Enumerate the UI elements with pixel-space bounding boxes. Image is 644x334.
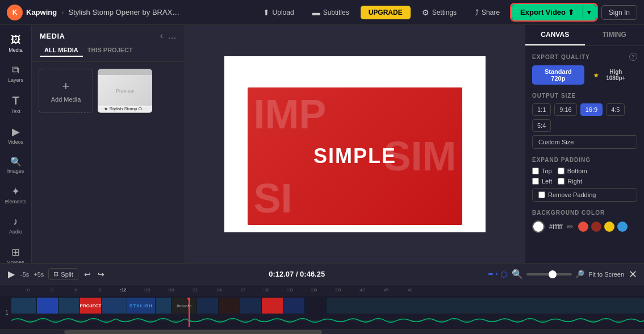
expand-right-checkbox[interactable] <box>558 178 564 185</box>
expand-left-checkbox[interactable] <box>532 178 539 185</box>
canvas-container: IMP SIM SI SIMPLE <box>224 56 486 232</box>
expand-row-top-bottom: Top Bottom <box>532 168 637 174</box>
subtitles-button[interactable]: ▬ Subtitles <box>306 5 356 20</box>
sidebar-item-layers[interactable]: ⧉ Layers <box>2 60 30 87</box>
play-button[interactable]: ▶ <box>7 268 16 281</box>
media-panel-header: MEDIA ‹ … <box>32 25 185 44</box>
sidebar-item-images[interactable]: 🔍 Images <box>2 152 30 178</box>
tab-canvas[interactable]: CANVAS <box>525 25 585 45</box>
expand-bottom-checkbox[interactable] <box>558 168 564 174</box>
timeline-scrollbar[interactable] <box>0 329 644 334</box>
sidebar-item-videos[interactable]: ▶ Videos <box>2 121 30 149</box>
sidebar-item-scenes[interactable]: ⊞ Scenes <box>2 241 30 263</box>
expand-top-checkbox[interactable] <box>532 168 539 174</box>
canvas-preview[interactable]: IMP SIM SI SIMPLE <box>224 56 486 232</box>
elements-icon: ✦ <box>11 185 20 198</box>
filmstrip-cell <box>58 298 80 314</box>
size-5-4-button[interactable]: 5:4 <box>532 119 551 132</box>
sidebar-item-label-media: Media <box>9 47 23 53</box>
media-tab-project[interactable]: THIS PROJECT <box>83 44 137 57</box>
fit-to-screen-button[interactable]: Fit to Screen <box>589 271 624 278</box>
ruler-mark: :45 <box>374 287 398 293</box>
filmstrip-cell <box>327 298 644 314</box>
skip-forward-button[interactable]: +5s <box>34 271 44 278</box>
expand-top-check[interactable]: Top <box>532 168 552 174</box>
quality-high-button[interactable]: ★ High 1080p+ <box>588 66 637 84</box>
size-9-16-button[interactable]: 9:16 <box>554 103 576 116</box>
breadcrumb-separator: › <box>61 8 64 16</box>
upgrade-button[interactable]: UPGRADE <box>361 6 411 19</box>
expand-right-check[interactable]: Right <box>558 178 582 185</box>
track-content[interactable]: PROJECT STYLISH #ntvato <box>11 298 644 327</box>
layers-icon: ⧉ <box>12 64 19 76</box>
ruler-mark: :6 <box>64 287 87 293</box>
export-dropdown-button[interactable]: ▾ <box>582 5 596 19</box>
sidebar-item-label-audio: Audio <box>9 229 22 235</box>
timeline-controls: ▶ -5s +5s ⊟ Split ↩ ↪ 0:12.07 / 0:46.25 … <box>0 264 644 285</box>
logo-circle: K <box>7 5 23 20</box>
quality-options: Standard 720p ★ High 1080p+ <box>532 65 637 85</box>
bg-letter-imp: IMP <box>253 94 456 135</box>
settings-button[interactable]: ⚙ Settings <box>415 5 463 20</box>
upload-button[interactable]: ⬆ Upload <box>256 5 301 20</box>
sidebar-item-media[interactable]: 🖼 Media <box>2 30 30 57</box>
size-4-5-button[interactable]: 4:5 <box>606 103 625 116</box>
background-color-label: BACKGROUND COLOR <box>532 210 637 216</box>
help-icon[interactable]: ? <box>629 53 637 61</box>
canvas-area: IMP SIM SI SIMPLE <box>185 25 525 263</box>
zoom-in-button[interactable]: 🔎 <box>575 270 584 278</box>
media-grid: + Add Media Preview ★ Stylish Stomp O... <box>32 62 185 120</box>
color-picker-icon[interactable]: ✏ <box>567 222 574 231</box>
logo[interactable]: K Kapwing <box>7 5 57 20</box>
quality-standard-button[interactable]: Standard 720p <box>532 65 584 85</box>
background-color-section: BACKGROUND COLOR #ffffff ✏ <box>532 210 637 233</box>
skip-back-button[interactable]: -5s <box>20 271 29 278</box>
zoom-out-button[interactable]: 🔍 <box>512 269 523 279</box>
signin-button[interactable]: Sign In <box>601 5 637 20</box>
tab-timing[interactable]: TIMING <box>585 25 645 45</box>
export-button-group: Export Video ⬆ ▾ <box>511 4 597 20</box>
canvas-red-area: IMP SIM SI SIMPLE <box>248 87 462 225</box>
media-panel-more-button[interactable]: … <box>168 31 177 41</box>
custom-size-button[interactable]: Custom Size <box>532 135 637 149</box>
color-preset-darkred[interactable] <box>591 222 601 232</box>
size-1-1-button[interactable]: 1:1 <box>532 103 551 116</box>
remove-padding-checkbox[interactable] <box>538 191 545 198</box>
expand-bottom-check[interactable]: Bottom <box>558 168 587 174</box>
total-time: / 0:46.25 <box>296 270 325 278</box>
videos-icon: ▶ <box>12 126 20 138</box>
redo-button[interactable]: ↪ <box>97 269 106 280</box>
sidebar-item-text[interactable]: T Text <box>2 90 30 119</box>
project-title[interactable]: Stylish Stomp Opener by BRAXXU ... <box>69 8 182 16</box>
playhead[interactable] <box>189 298 190 327</box>
share-button[interactable]: ⤴ Share <box>468 5 507 20</box>
timeline-close-button[interactable]: ✕ <box>629 268 637 281</box>
thumbnail-label: ★ Stylish Stomp O... <box>98 106 152 112</box>
quality-star-icon: ★ <box>593 72 599 78</box>
timeline-scroll-thumb[interactable] <box>64 330 322 334</box>
size-16-9-button[interactable]: 16:9 <box>580 103 603 116</box>
filmstrip-cell <box>102 298 127 314</box>
export-main-button[interactable]: Export Video ⬆ <box>512 5 582 19</box>
main-area: 🖼 Media ⧉ Layers T Text ▶ Videos 🔍 Image… <box>0 25 644 263</box>
media-tab-all[interactable]: ALL MEDIA <box>40 44 83 57</box>
current-color-swatch[interactable] <box>532 220 545 233</box>
filmstrip-cell <box>305 298 327 314</box>
media-panel-close-button[interactable]: ‹ <box>160 31 163 41</box>
media-thumbnail[interactable]: Preview ★ Stylish Stomp O... <box>98 69 152 113</box>
remove-padding-button[interactable]: Remove Padding <box>532 188 637 202</box>
zoom-slider[interactable] <box>526 273 572 275</box>
sidebar-item-audio[interactable]: ♪ Audio <box>2 211 30 239</box>
color-preset-red[interactable] <box>578 222 588 232</box>
undo-button[interactable]: ↩ <box>83 269 92 280</box>
add-media-icon: + <box>62 79 70 94</box>
color-presets <box>578 222 628 232</box>
add-media-label: Add Media <box>51 96 81 103</box>
split-button[interactable]: ⊟ Split <box>48 268 78 280</box>
add-media-button[interactable]: + Add Media <box>39 69 93 113</box>
background-color-row: #ffffff ✏ <box>532 220 637 233</box>
expand-left-check[interactable]: Left <box>532 178 552 185</box>
color-preset-yellow[interactable] <box>604 222 614 232</box>
color-preset-blue[interactable] <box>617 222 628 232</box>
sidebar-item-elements[interactable]: ✦ Elements <box>2 181 30 209</box>
